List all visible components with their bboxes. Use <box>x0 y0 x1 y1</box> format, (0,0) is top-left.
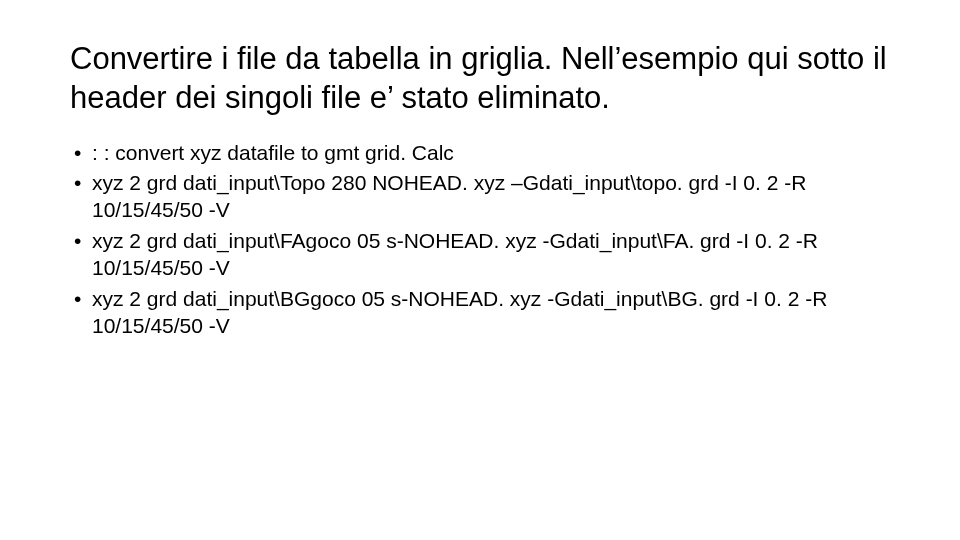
bullet-list: : : convert xyz datafile to gmt grid. Ca… <box>70 140 900 340</box>
slide: Convertire i file da tabella in griglia.… <box>0 0 960 540</box>
slide-title: Convertire i file da tabella in griglia.… <box>70 40 900 118</box>
list-item: xyz 2 grd dati_input\FAgoco 05 s-NOHEAD.… <box>70 228 900 282</box>
list-item: : : convert xyz datafile to gmt grid. Ca… <box>70 140 900 167</box>
list-item: xyz 2 grd dati_input\Topo 280 NOHEAD. xy… <box>70 170 900 224</box>
list-item: xyz 2 grd dati_input\BGgoco 05 s-NOHEAD.… <box>70 286 900 340</box>
